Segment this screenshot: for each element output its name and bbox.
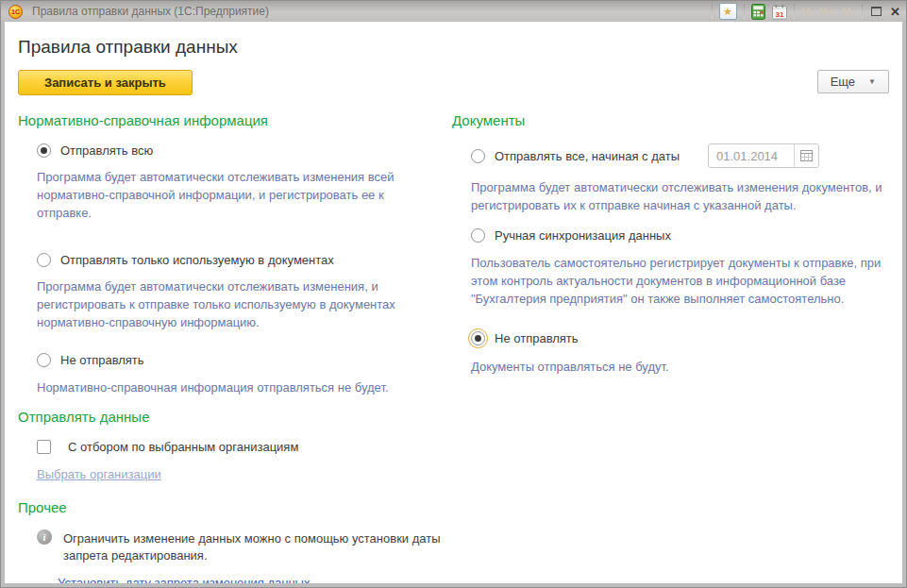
favorites-star-icon[interactable]: ★: [719, 3, 737, 20]
radio-icon[interactable]: [471, 228, 485, 243]
close-button[interactable]: ✕: [890, 6, 900, 18]
chevron-down-icon: ▼: [868, 77, 876, 86]
radio-icon[interactable]: [471, 149, 485, 163]
set-restriction-date-link[interactable]: Установить дату запрета изменения данных: [58, 576, 310, 583]
radio-icon[interactable]: [471, 331, 485, 345]
nsi-section: Нормативно-справочная информация Отправл…: [18, 109, 452, 583]
radio-icon[interactable]: [37, 253, 51, 267]
radio-label: Не отправлять: [495, 331, 579, 345]
radio-label: Не отправлять: [60, 353, 144, 367]
titlebar-separator: [794, 4, 795, 19]
radio-label: Отправлять только используемую в докумен…: [60, 253, 334, 267]
docs-option-manual-sync-desc: Пользователь самостоятельно регистрирует…: [471, 255, 889, 309]
send-data-heading: Отправлять данные: [18, 409, 452, 425]
filter-by-orgs-option[interactable]: С отбором по выбранным организациям: [37, 440, 452, 454]
docs-option-no-send[interactable]: Не отправлять: [471, 331, 889, 345]
memory-m-plus-button[interactable]: M+: [818, 6, 835, 17]
nsi-option-send-all-desc: Программа будет автоматически отслеживат…: [37, 169, 426, 223]
date-picker-button[interactable]: [794, 144, 818, 167]
nsi-heading: Нормативно-справочная информация: [18, 112, 452, 128]
radio-label: Отправлять все, начиная с даты: [495, 149, 680, 163]
checkbox-icon[interactable]: [37, 440, 51, 454]
radio-icon[interactable]: [37, 143, 51, 158]
page-title: Правила отправки данных: [18, 37, 889, 58]
maximize-icon: [871, 7, 882, 16]
1c-logo-icon: 1С: [8, 5, 23, 19]
radio-icon[interactable]: [37, 353, 51, 367]
toolbar: Записать и закрыть Еще ▼: [18, 70, 889, 95]
calculator-icon[interactable]: [751, 4, 765, 20]
radio-label: Отправлять всю: [60, 143, 153, 158]
radio-label: Ручная синхронизация данных: [495, 228, 671, 243]
other-heading: Прочее: [18, 499, 452, 515]
memory-m-button[interactable]: M: [801, 6, 812, 17]
form-content: Правила отправки данных Записать и закры…: [5, 22, 902, 583]
window-title: Правила отправки данных (1С:Предприятие): [32, 5, 712, 18]
app-window: 1С Правила отправки данных (1С:Предприят…: [0, 0, 907, 588]
memory-m-minus-button[interactable]: M-: [841, 6, 855, 17]
documents-section: Документы Отправлять все, начиная с даты…: [452, 109, 889, 583]
nsi-option-no-send[interactable]: Не отправлять: [37, 353, 452, 367]
docs-option-send-from-date[interactable]: Отправлять все, начиная с даты 01.01.201…: [471, 143, 889, 168]
nsi-option-used-only[interactable]: Отправлять только используемую в докумен…: [37, 253, 452, 267]
titlebar-separator: [712, 4, 713, 19]
docs-option-send-from-date-desc: Программа будет автоматически отслеживат…: [471, 179, 889, 215]
docs-option-no-send-desc: Документы отправляться не будут.: [471, 359, 889, 377]
nsi-option-send-all[interactable]: Отправлять всю: [37, 143, 452, 158]
nsi-option-no-send-desc: Нормативно-справочная информация отправл…: [37, 379, 426, 397]
start-date-field[interactable]: 01.01.2014: [708, 143, 819, 168]
calendar-icon[interactable]: 31: [772, 4, 787, 20]
edit-restriction-info: i Ограничить изменение данных можно с по…: [37, 530, 452, 564]
info-icon: i: [37, 529, 52, 545]
docs-option-manual-sync[interactable]: Ручная синхронизация данных: [471, 228, 889, 243]
start-date-value[interactable]: 01.01.2014: [709, 144, 794, 167]
select-organizations-link[interactable]: Выбрать организации: [37, 467, 161, 481]
documents-heading: Документы: [452, 112, 889, 128]
titlebar: 1С Правила отправки данных (1С:Предприят…: [1, 1, 906, 22]
save-and-close-button[interactable]: Записать и закрыть: [18, 70, 193, 95]
nsi-option-used-only-desc: Программа будет автоматически отслеживат…: [37, 278, 426, 332]
more-button[interactable]: Еще ▼: [817, 70, 889, 93]
maximize-button[interactable]: [869, 7, 883, 16]
titlebar-separator: [862, 4, 863, 19]
checkbox-label: С отбором по выбранным организациям: [68, 440, 298, 454]
titlebar-separator: [744, 4, 745, 19]
info-text: Ограничить изменение данных можно с помо…: [63, 530, 452, 564]
more-button-label: Еще: [831, 75, 855, 89]
svg-text:31: 31: [775, 9, 783, 18]
